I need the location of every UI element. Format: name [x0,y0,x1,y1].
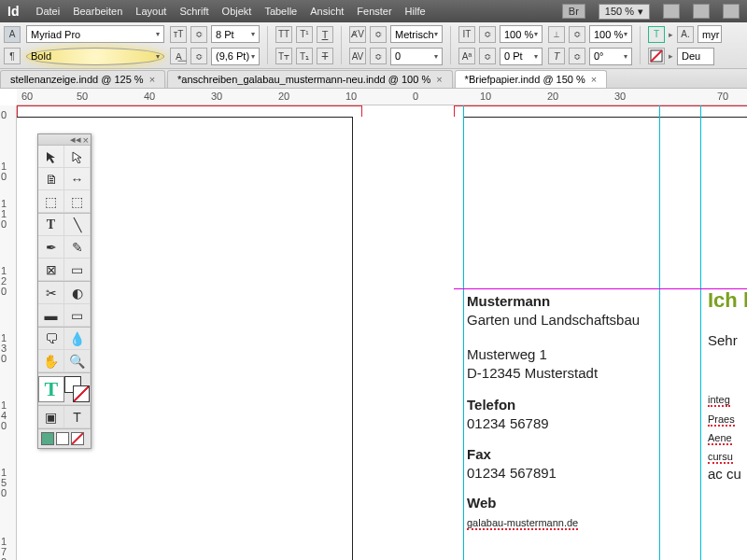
gradient-swatch-tool[interactable]: ▬ [38,304,64,327]
stepper-icon[interactable]: ≎ [479,48,496,64]
menu-help[interactable]: Hilfe [405,6,426,17]
panel-header[interactable]: ◂◂× [38,134,91,146]
direct-selection-tool[interactable] [64,146,91,168]
body-line: Sehr [708,331,747,350]
page-tool[interactable]: 🗎 [38,168,64,190]
menu-file[interactable]: Datei [35,6,60,17]
scissors-tool[interactable]: ✂ [38,282,64,304]
screen-mode-icon[interactable] [693,4,710,19]
vscale-select[interactable]: 100 %▾ [500,25,543,43]
zoom-tool[interactable]: 🔍 [64,350,91,372]
guide-vertical[interactable] [700,105,701,560]
kerning-select[interactable]: Metrisch▾ [390,25,443,43]
chevron-right-icon[interactable]: ▸ [669,51,673,61]
pen-tool[interactable]: ✒ [38,236,64,259]
smallcaps-icon[interactable]: Tᴛ [275,48,292,64]
pencil-tool[interactable]: ✎ [64,236,91,259]
normal-view-icon[interactable] [41,432,54,445]
hand-tool[interactable]: ✋ [38,350,64,372]
menu-edit[interactable]: Bearbeiten [73,6,122,17]
para-mode-icon[interactable]: ¶ [4,48,21,64]
gap-tool[interactable]: ↔ [64,168,91,190]
zoom-select[interactable]: 150 %▾ [599,4,650,20]
stepper-icon[interactable]: ≎ [190,26,207,43]
content-placer-tool[interactable]: ⬚ [64,190,91,213]
arrange-icon[interactable] [723,4,740,19]
close-icon[interactable]: × [149,74,155,85]
menu-object[interactable]: Objekt [222,6,252,17]
menu-layout[interactable]: Layout [135,6,166,17]
guide-vertical[interactable] [463,105,464,560]
address-street: Musterweg 1 [467,345,663,364]
gradient-feather-tool[interactable]: ▭ [64,304,91,327]
company-subtitle: Garten und Landschaftsbau [467,311,663,329]
baseline-select[interactable]: 0 Pt▾ [500,48,543,65]
stepper-icon[interactable]: ≎ [569,48,585,64]
hscale-select[interactable]: 100 %▾ [589,25,632,43]
no-fill-icon[interactable] [648,48,665,64]
view-mode-icon[interactable] [663,4,680,19]
ruler-vertical[interactable]: 0 1 0 1 1 0 1 2 0 1 3 0 1 4 0 1 5 0 1 7 … [0,105,17,560]
tools-panel[interactable]: ◂◂× 🗎 ↔ ⬚ ⬚ T ╲ ✒ ✎ ⊠ ▭ ✂ ◐ ▬ ▭ [37,133,92,449]
line-tool[interactable]: ╲ [64,214,91,236]
menu-window[interactable]: Fenster [357,6,391,17]
close-icon[interactable]: × [83,134,89,146]
collapse-icon[interactable]: ◂◂ [70,133,81,146]
font-size-select[interactable]: 8 Pt▾ [211,25,260,43]
rectangle-tool[interactable]: ▭ [64,259,91,281]
apply-color-text-icon[interactable]: T [64,406,91,428]
close-icon[interactable]: × [436,74,442,85]
address-frame[interactable]: Mustermann Garten und Landschaftsbau Mus… [467,292,663,532]
view-mode-switch[interactable] [38,428,91,448]
allcaps-icon[interactable]: TT [275,26,292,43]
search-hint[interactable]: myr [698,25,722,43]
tracking-select[interactable]: 0▾ [390,48,443,65]
stepper-icon[interactable]: ≎ [370,26,387,43]
rectangle-frame-tool[interactable]: ⊠ [38,259,64,281]
language-select[interactable]: Deu [677,48,714,65]
free-transform-tool[interactable]: ◐ [64,282,91,304]
strikethrough-icon[interactable]: T [317,48,333,64]
menu-type[interactable]: Schrift [179,6,208,17]
close-icon[interactable]: × [591,74,597,85]
baseline-icon: Aª [458,48,475,64]
menu-table[interactable]: Tabelle [264,6,297,17]
char-mode-icon[interactable]: A [4,26,21,43]
note-tool[interactable]: 🗨 [38,328,64,350]
hscale-icon: ⟂ [548,26,565,43]
type-tool[interactable]: T [38,214,64,236]
ruler-horizontal[interactable]: 60 50 40 30 20 10 0 10 20 30 70 [17,89,747,105]
address-city: D-12345 Musterstadt [467,364,663,383]
superscript-icon[interactable]: T¹ [296,26,313,43]
font-family-select[interactable]: Myriad Pro▾ [26,25,164,43]
canvas[interactable]: Mustermann Garten und Landschaftsbau Mus… [17,105,747,560]
char-style-icon[interactable]: A. [677,26,694,43]
apply-color-container-icon[interactable]: ▣ [38,406,64,428]
stepper-icon[interactable]: ≎ [370,48,387,64]
web-label: Web [467,494,663,512]
leading-select[interactable]: (9,6 Pt)▾ [211,48,260,65]
preview-view-icon[interactable] [56,432,69,445]
doc-tab[interactable]: stellenanzeige.indd @ 125 %× [0,70,165,88]
doc-tab-active[interactable]: *Briefpapier.indd @ 150 %× [455,70,608,88]
stepper-icon[interactable]: ≎ [190,48,207,64]
bridge-button[interactable]: Br [562,4,585,19]
menu-view[interactable]: Ansicht [310,6,344,17]
guide-horizontal[interactable] [454,288,747,289]
subscript-icon[interactable]: T₁ [296,48,313,64]
underline-icon[interactable]: T [317,26,333,43]
stepper-icon[interactable]: ≎ [479,26,496,43]
content-collector-tool[interactable]: ⬚ [38,190,64,213]
body-text-frame[interactable]: Ich b Sehr integ Praes Aene cursu ac cu [708,288,747,484]
stepper-icon[interactable]: ≎ [569,26,585,43]
fill-stroke-swatch[interactable]: T [38,373,91,405]
doc-tab[interactable]: *anschreiben_galabau_mustermann-neu.indd… [167,70,453,88]
bleed-view-icon[interactable] [71,432,84,445]
font-style-select[interactable]: Bold▾ [26,48,164,65]
fill-char-icon[interactable]: T [648,26,665,43]
selection-tool[interactable] [38,146,64,168]
chevron-right-icon[interactable]: ▸ [669,30,673,39]
skew-select[interactable]: 0°▾ [589,48,632,65]
eyedropper-tool[interactable]: 💧 [64,328,91,350]
phone-value: 01234 56789 [467,414,663,433]
